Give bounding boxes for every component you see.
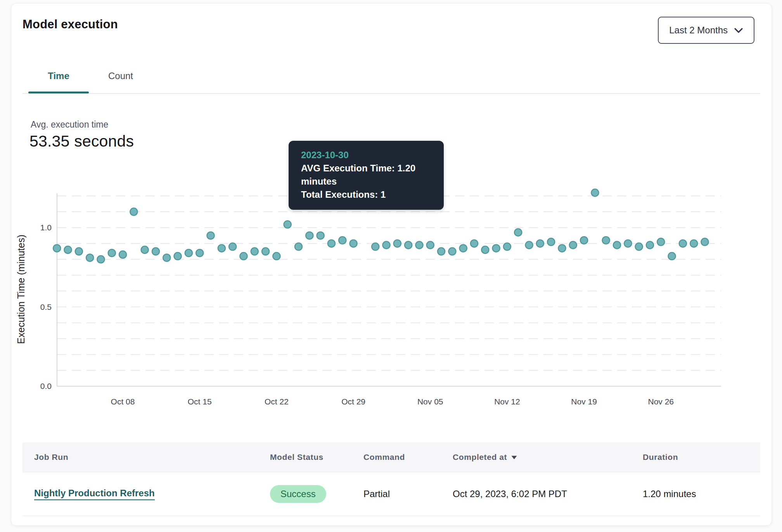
chart-tooltip: 2023-10-30 AVG Execution Time: 1.20 minu… — [289, 141, 444, 210]
header-job-run[interactable]: Job Run — [34, 442, 68, 472]
svg-text:Oct 29: Oct 29 — [341, 397, 365, 406]
table-header-row: Job Run Model Status Command Completed a… — [22, 442, 760, 472]
tooltip-total-line: Total Executions: 1 — [301, 188, 431, 201]
model-status-cell: Success — [270, 472, 326, 516]
header-completed-at[interactable]: Completed at — [453, 442, 517, 472]
header-model-status[interactable]: Model Status — [270, 442, 324, 472]
job-runs-table: Job Run Model Status Command Completed a… — [22, 442, 760, 516]
svg-text:Nov 12: Nov 12 — [494, 397, 520, 406]
svg-text:Oct 08: Oct 08 — [111, 397, 135, 406]
svg-text:Execution Time (minutes): Execution Time (minutes) — [16, 235, 26, 344]
svg-text:Nov 19: Nov 19 — [571, 397, 597, 406]
svg-text:Oct 22: Oct 22 — [265, 397, 289, 406]
tooltip-date: 2023-10-30 — [301, 149, 431, 162]
sort-desc-icon[interactable] — [511, 453, 517, 462]
execution-scatter-chart[interactable]: 0.00.51.0Oct 08Oct 15Oct 22Oct 29Nov 05N… — [11, 3, 772, 438]
svg-text:Nov 05: Nov 05 — [417, 397, 443, 406]
svg-text:Nov 26: Nov 26 — [648, 397, 674, 406]
duration-cell: 1.20 minutes — [643, 472, 696, 516]
job-run-link[interactable]: Nightly Production Refresh — [34, 488, 155, 500]
model-execution-card: Model execution Last 2 Months Time Count… — [11, 3, 772, 526]
tooltip-avg-line: AVG Execution Time: 1.20 minutes — [301, 162, 431, 188]
svg-text:0.0: 0.0 — [40, 382, 52, 390]
svg-text:1.0: 1.0 — [40, 223, 52, 232]
svg-text:Oct 15: Oct 15 — [188, 397, 212, 406]
table-row: Nightly Production Refresh Success Parti… — [22, 472, 760, 516]
svg-text:0.5: 0.5 — [40, 302, 52, 311]
header-command[interactable]: Command — [363, 442, 405, 472]
status-badge: Success — [270, 485, 326, 503]
command-cell: Partial — [363, 472, 390, 516]
header-duration[interactable]: Duration — [643, 442, 678, 472]
completed-at-cell: Oct 29, 2023, 6:02 PM PDT — [453, 472, 567, 516]
execution-scatter-svg: 0.00.51.0Oct 08Oct 15Oct 22Oct 29Nov 05N… — [11, 3, 772, 438]
job-run-cell: Nightly Production Refresh — [34, 472, 155, 516]
